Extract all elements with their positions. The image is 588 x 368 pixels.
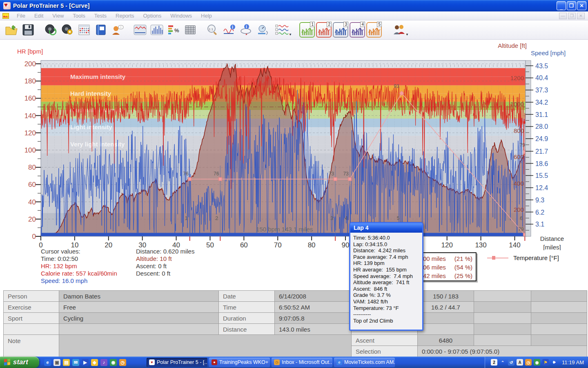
device-settings-button[interactable] — [59, 22, 76, 38]
updates-icon[interactable]: ↺ — [508, 359, 514, 366]
table-cell-empty[interactable] — [417, 323, 474, 335]
table-cell-sport[interactable]: Cycling — [59, 312, 219, 324]
person-info-button[interactable] — [109, 22, 126, 38]
system-tray: 2⌃↺A◷◉⚑🕪 11:19 AM — [485, 357, 588, 368]
ie-icon[interactable]: e — [44, 359, 51, 366]
scheduler-icon[interactable]: ◷ — [525, 359, 532, 366]
menu-edit[interactable]: Edit — [30, 12, 48, 20]
menu-reports[interactable]: Reports — [111, 12, 139, 20]
preset-2-button[interactable]: 2 — [316, 22, 332, 38]
folder-icon[interactable]: ▤ — [63, 359, 70, 366]
table-cell-hr-value[interactable]: 150 / 183 — [417, 290, 474, 302]
zoom-1-1-button[interactable]: 1:1 — [205, 22, 221, 38]
table-cell-empty[interactable] — [59, 323, 219, 335]
table-cell-speed-value[interactable]: 16.2 / 44.7 — [417, 301, 474, 313]
table-cell-empty[interactable] — [417, 312, 474, 324]
table-cell-exercise[interactable]: Free — [59, 301, 219, 313]
clock-app-icon[interactable]: ◷ — [119, 359, 126, 366]
speed-tick-24.9: 24.9 — [535, 135, 548, 142]
table-cell-empty[interactable] — [474, 301, 531, 313]
media-player-icon[interactable]: ▶ — [82, 359, 89, 366]
table-cell-empty[interactable] — [531, 290, 587, 302]
table-cell-empty[interactable] — [531, 323, 587, 335]
lap-info-button[interactable]: i — [238, 22, 254, 38]
picture-viewer-icon[interactable]: ▣ — [53, 359, 60, 366]
speed-tick-3.1: 3.1 — [535, 221, 544, 228]
table-cell-ascent-label: Ascent — [351, 334, 418, 346]
maximize-button[interactable]: ❐ — [567, 1, 576, 10]
table-cell-ascent[interactable]: 6480 — [417, 334, 474, 346]
table-cell-empty[interactable] — [531, 312, 587, 324]
table-cell-selection[interactable]: 0:00:00 - 9:07:05 (9:07:05.0) — [417, 346, 587, 357]
grid-view-button[interactable] — [182, 22, 198, 38]
table-cell-date[interactable]: 6/14/2008 — [274, 290, 352, 302]
compare-persons-button[interactable]: ▼ — [388, 22, 410, 38]
curve-info-button[interactable]: i — [221, 22, 238, 38]
menu-tools[interactable]: Tools — [68, 12, 89, 20]
keyboard-layout-icon[interactable]: 2 — [491, 359, 497, 366]
curve-view-button[interactable] — [132, 22, 148, 38]
lap-number-2: 2 — [215, 215, 218, 221]
menu-options[interactable]: Options — [139, 12, 166, 20]
taskbar-task-ie[interactable]: eMovieTickets.com AM... — [334, 358, 395, 367]
table-cell-empty[interactable] — [531, 301, 587, 313]
yellow-app-icon[interactable]: ◆ — [91, 359, 98, 366]
cursor-value-line: HR: 132 bpm — [41, 263, 117, 270]
menu-help[interactable]: Help — [196, 12, 216, 20]
table-cell-empty[interactable] — [474, 334, 531, 346]
speed-tick-9.3: 9.3 — [535, 197, 544, 204]
cursor-value-line: Time: 0:02:50 — [41, 255, 117, 263]
table-cell-duration[interactable]: 9:07:05.8 — [274, 312, 352, 324]
mail-icon[interactable]: ✉ — [72, 359, 79, 366]
distribution-view-button[interactable]: % — [165, 22, 182, 38]
distance-tick-60: 60 — [240, 241, 248, 249]
preset-5-button[interactable]: 5 — [366, 22, 382, 38]
taskbar-task-wko[interactable]: ●TrainingPeaks WKO+ ... — [209, 358, 270, 367]
start-button[interactable]: start — [0, 357, 39, 368]
menu-tests[interactable]: Tests — [90, 12, 111, 20]
table-cell-empty[interactable] — [474, 312, 531, 324]
transfer-from-device-button[interactable] — [42, 22, 59, 38]
bar-view-button[interactable] — [149, 22, 165, 38]
lap-tooltip-line: Altitude average: 741 ft — [353, 279, 421, 286]
calendar-button[interactable] — [76, 22, 92, 38]
table-cell-note[interactable] — [59, 334, 352, 357]
preset-1-button[interactable]: 1 — [299, 22, 315, 38]
minimize-button[interactable]: _ — [557, 1, 566, 10]
menu-windows[interactable]: Windows — [166, 12, 196, 20]
table-cell-empty[interactable] — [474, 290, 531, 302]
table-cell-empty[interactable] — [474, 323, 531, 335]
distance-tick-90: 90 — [342, 241, 350, 249]
close-button[interactable]: ✕ — [577, 1, 586, 10]
table-cell-time[interactable]: 6:50:52 AM — [274, 301, 352, 313]
mdi-minimize-button[interactable]: — — [559, 13, 567, 19]
save-button[interactable] — [20, 22, 36, 38]
mdi-restore-button[interactable]: ❐ — [568, 13, 576, 19]
dropdown-caret-icon[interactable]: ▼ — [289, 33, 292, 36]
preset-4-button[interactable]: 4 — [349, 22, 365, 38]
open-file-button[interactable] — [3, 22, 20, 38]
menu-file[interactable]: File — [12, 12, 30, 20]
hide-icons-arrow-icon[interactable]: ⌃ — [499, 359, 506, 366]
itunes-icon[interactable]: ♪ — [100, 359, 107, 366]
time-range-button[interactable] — [255, 22, 271, 38]
preset-3-button[interactable]: 3 — [332, 22, 349, 38]
dropdown-caret-icon[interactable]: ▼ — [405, 33, 409, 36]
network-icon[interactable]: ◉ — [534, 359, 540, 366]
browser-icon[interactable]: ◉ — [110, 359, 117, 366]
hr-axis-title: HR [bpm] — [17, 48, 43, 55]
mdi-close-button[interactable]: ✕ — [577, 13, 585, 19]
select-curves-button[interactable]: ▼ — [272, 22, 293, 38]
hr-tick-160: 160 — [24, 94, 36, 102]
taskbar-task-outlook[interactable]: ◷Inbox - Microsoft Out... — [272, 358, 332, 367]
diary-button[interactable] — [93, 22, 109, 38]
taskbar-task-polar-heart[interactable]: ♥Polar ProTrainer 5 - [... — [147, 358, 207, 367]
messenger-icon[interactable]: ⚑ — [542, 359, 549, 366]
menu-view[interactable]: View — [48, 12, 68, 20]
table-cell-empty[interactable] — [531, 334, 587, 346]
table-cell-person[interactable]: Damon Bates — [59, 290, 219, 302]
exercise-curve-chart[interactable]: Maximum intensityHard intensityModerate … — [0, 40, 588, 250]
volume-icon[interactable]: 🕪 — [551, 359, 557, 366]
table-cell-distance[interactable]: 143.0 miles — [274, 323, 352, 335]
language-bar-icon[interactable]: A — [517, 359, 523, 366]
